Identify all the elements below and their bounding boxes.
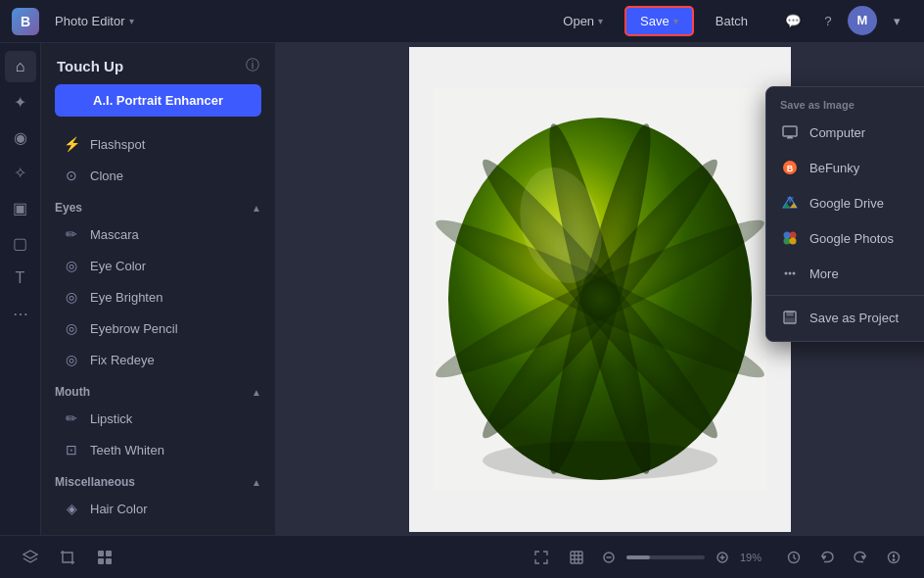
sidebar-tool-teeth-whiten[interactable]: ⊡ Teeth Whiten xyxy=(49,434,267,465)
google-photos-label: Google Photos xyxy=(809,231,924,246)
sidebar-tool-fix-redeye[interactable]: ◎ Fix Redeye xyxy=(49,344,267,375)
svg-rect-33 xyxy=(571,552,582,563)
sidebar-tool-hair-color[interactable]: ◈ Hair Color xyxy=(49,493,267,524)
section-misc-header[interactable]: Miscellaneous ▲ xyxy=(41,465,275,493)
befunky-label: BeFunky xyxy=(809,161,924,175)
svg-point-24 xyxy=(789,272,792,275)
crop-resize-icon[interactable] xyxy=(562,543,591,572)
redo-icon[interactable] xyxy=(846,543,875,572)
sidebar-tool-reshape[interactable]: ⊞ Reshape xyxy=(49,524,267,535)
app-name-chevron: ▾ xyxy=(129,16,134,26)
computer-label: Computer xyxy=(809,125,924,140)
app-name-button[interactable]: Photo Editor ▾ xyxy=(47,10,142,32)
svg-point-22 xyxy=(790,238,797,245)
zoom-percent: 19% xyxy=(740,552,771,563)
eye-color-label: Eye Color xyxy=(90,259,146,273)
more-label: More xyxy=(809,266,924,281)
sidebar-tool-lipstick[interactable]: ✏ Lipstick xyxy=(49,403,267,434)
chat-icon-button[interactable]: 💬 xyxy=(777,6,808,37)
eye-brighten-icon: ◎ xyxy=(63,289,80,305)
user-avatar[interactable]: M xyxy=(848,6,877,35)
dropdown-item-google-drive[interactable]: Google Drive xyxy=(766,185,924,220)
dropdown-item-google-photos[interactable]: Google Photos xyxy=(766,220,924,256)
section-eyes-header[interactable]: Eyes ▲ xyxy=(41,191,275,218)
sidebar-tool-eye-brighten[interactable]: ◎ Eye Brighten xyxy=(49,281,267,313)
topbar: B Photo Editor ▾ Open ▾ Save ▾ Batch 💬 ?… xyxy=(0,0,924,43)
info-icon[interactable]: ⓘ xyxy=(246,57,259,74)
rail-icon-frame[interactable]: ▢ xyxy=(5,227,36,259)
befunky-icon: B xyxy=(780,158,800,177)
history-buttons xyxy=(779,543,908,572)
dropdown-item-more[interactable]: More › xyxy=(766,256,924,291)
sidebar-tool-clone[interactable]: ⊙ Clone xyxy=(49,160,267,191)
sidebar-tool-flashspot[interactable]: ⚡ Flashspot xyxy=(49,128,267,160)
eye-brighten-label: Eye Brighten xyxy=(90,290,162,305)
crop-icon[interactable] xyxy=(53,543,82,572)
sidebar-tool-eye-color[interactable]: ◎ Eye Color xyxy=(49,250,267,281)
svg-rect-28 xyxy=(786,318,794,322)
bottom-bar: 19% xyxy=(0,535,924,578)
hair-color-label: Hair Color xyxy=(90,502,148,516)
svg-rect-30 xyxy=(106,551,112,556)
dropdown-section-label: Save as Image xyxy=(766,93,924,115)
grid-icon[interactable] xyxy=(90,543,119,572)
fix-redeye-label: Fix Redeye xyxy=(90,353,155,367)
rail-icon-text[interactable]: T xyxy=(5,263,36,294)
eyebrow-pencil-label: Eyebrow Pencil xyxy=(90,321,178,336)
canvas-area: Save as Image Computer ⌘ S B BeFunky xyxy=(276,43,924,535)
sidebar-tool-mascara[interactable]: ✏ Mascara xyxy=(49,218,267,250)
section-misc-title: Miscellaneous xyxy=(55,475,135,489)
rail-icon-effects[interactable]: ✧ xyxy=(5,157,36,188)
save-button[interactable]: Save ▾ xyxy=(624,6,694,36)
ai-portrait-btn[interactable]: A.I. Portrait Enhancer xyxy=(55,84,261,117)
rail-icon-more[interactable]: ⋯ xyxy=(5,298,36,329)
dropdown-divider xyxy=(766,295,924,296)
teeth-whiten-icon: ⊡ xyxy=(63,442,80,458)
svg-point-25 xyxy=(793,272,796,275)
save-project-icon xyxy=(780,308,800,327)
menu-icon-button[interactable]: ▾ xyxy=(881,6,912,37)
mascara-label: Mascara xyxy=(90,227,139,242)
main-area: ⌂ ✦ ◉ ✧ ▣ ▢ T ⋯ Touch Up ⓘ A.I. Portrait… xyxy=(0,43,924,535)
section-eyes-title: Eyes xyxy=(55,201,82,215)
section-mouth-header[interactable]: Mouth ▲ xyxy=(41,375,275,403)
clone-icon: ⊙ xyxy=(63,168,80,183)
zoom-in-button[interactable] xyxy=(711,546,734,569)
sidebar-tool-eyebrow-pencil[interactable]: ◎ Eyebrow Pencil xyxy=(49,313,267,344)
svg-rect-10 xyxy=(783,126,797,136)
dropdown-item-befunky[interactable]: B BeFunky xyxy=(766,150,924,185)
rail-icon-adjust[interactable]: ✦ xyxy=(5,86,36,118)
layers-icon[interactable] xyxy=(16,543,45,572)
rail-icon-shapes[interactable]: ▣ xyxy=(5,192,36,223)
computer-icon xyxy=(780,122,800,142)
svg-rect-32 xyxy=(106,558,112,564)
svg-rect-29 xyxy=(98,551,104,556)
dropdown-item-computer[interactable]: Computer ⌘ S xyxy=(766,115,924,150)
svg-rect-31 xyxy=(98,558,104,564)
batch-button[interactable]: Batch xyxy=(702,8,762,34)
svg-text:B: B xyxy=(787,164,794,173)
more-icon xyxy=(780,264,800,283)
section-misc-chevron: ▲ xyxy=(252,477,261,488)
svg-rect-27 xyxy=(787,312,793,315)
svg-point-38 xyxy=(893,558,895,560)
zoom-slider[interactable] xyxy=(626,555,705,559)
rail-icon-home[interactable]: ⌂ xyxy=(5,51,36,82)
zoom-out-button[interactable] xyxy=(597,546,621,569)
lipstick-icon: ✏ xyxy=(63,410,80,426)
hair-color-icon: ◈ xyxy=(63,501,80,516)
open-button[interactable]: Open ▾ xyxy=(549,8,617,34)
icon-rail: ⌂ ✦ ◉ ✧ ▣ ▢ T ⋯ xyxy=(0,43,41,535)
dropdown-item-save-project[interactable]: Save as Project ⌘ ⇧ S xyxy=(766,300,924,335)
restore-icon[interactable] xyxy=(879,543,908,572)
history-icon[interactable] xyxy=(779,543,808,572)
section-eyes-chevron: ▲ xyxy=(252,203,261,214)
eyebrow-pencil-icon: ◎ xyxy=(63,320,80,336)
rail-icon-eye[interactable]: ◉ xyxy=(5,121,36,153)
sidebar-header: Touch Up ⓘ xyxy=(41,43,275,84)
undo-icon[interactable] xyxy=(812,543,842,572)
fit-screen-icon[interactable] xyxy=(527,543,556,572)
canvas-image xyxy=(409,47,791,532)
save-dropdown: Save as Image Computer ⌘ S B BeFunky xyxy=(765,86,924,342)
help-icon-button[interactable]: ? xyxy=(812,6,844,37)
